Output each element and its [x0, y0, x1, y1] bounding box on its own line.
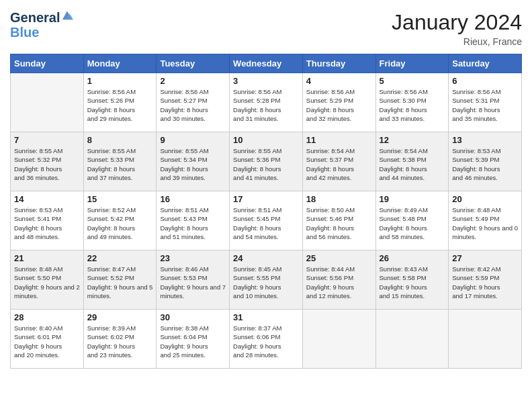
day-number: 29 [87, 312, 153, 322]
day-number: 26 [380, 253, 445, 263]
table-row: 7 Sunrise: 8:55 AMSunset: 5:32 PMDayligh… [11, 132, 84, 191]
table-row: 11 Sunrise: 8:54 AMSunset: 5:37 PMDaylig… [302, 132, 375, 191]
day-number: 1 [87, 76, 153, 86]
table-row: 26 Sunrise: 8:43 AMSunset: 5:58 PMDaylig… [375, 250, 449, 310]
calendar-header-row: Sunday Monday Tuesday Wednesday Thursday… [11, 54, 522, 73]
table-row: 3 Sunrise: 8:56 AMSunset: 5:28 PMDayligh… [230, 73, 303, 132]
day-info: Sunrise: 8:55 AMSunset: 5:33 PMDaylight:… [87, 146, 153, 182]
table-row: 29 Sunrise: 8:39 AMSunset: 6:02 PMDaylig… [83, 310, 157, 369]
table-row: 17 Sunrise: 8:51 AMSunset: 5:45 PMDaylig… [230, 191, 303, 250]
header-sunday: Sunday [11, 54, 84, 73]
day-number: 25 [306, 253, 372, 263]
header-friday: Friday [375, 54, 449, 73]
day-info: Sunrise: 8:55 AMSunset: 5:34 PMDaylight:… [160, 146, 226, 182]
day-info: Sunrise: 8:46 AMSunset: 5:53 PMDaylight:… [160, 265, 226, 300]
day-info: Sunrise: 8:48 AMSunset: 5:50 PMDaylight:… [14, 265, 80, 300]
day-info: Sunrise: 8:50 AMSunset: 5:46 PMDaylight:… [306, 205, 372, 241]
table-row [449, 310, 522, 369]
table-row: 15 Sunrise: 8:52 AMSunset: 5:42 PMDaylig… [83, 191, 157, 250]
day-info: Sunrise: 8:38 AMSunset: 6:04 PMDaylight:… [160, 324, 226, 359]
header-thursday: Thursday [302, 54, 375, 73]
table-row: 30 Sunrise: 8:38 AMSunset: 6:04 PMDaylig… [157, 310, 230, 369]
table-row: 31 Sunrise: 8:37 AMSunset: 6:06 PMDaylig… [230, 310, 303, 369]
day-number: 2 [160, 76, 226, 86]
day-info: Sunrise: 8:51 AMSunset: 5:43 PMDaylight:… [160, 205, 226, 241]
table-row: 13 Sunrise: 8:53 AMSunset: 5:39 PMDaylig… [449, 132, 522, 191]
day-number: 5 [380, 76, 445, 86]
day-info: Sunrise: 8:56 AMSunset: 5:29 PMDaylight:… [306, 87, 372, 123]
calendar-row: 21 Sunrise: 8:48 AMSunset: 5:50 PMDaylig… [11, 250, 522, 310]
table-row: 10 Sunrise: 8:55 AMSunset: 5:36 PMDaylig… [230, 132, 303, 191]
table-row: 1 Sunrise: 8:56 AMSunset: 5:26 PMDayligh… [83, 73, 157, 132]
calendar-row: 1 Sunrise: 8:56 AMSunset: 5:26 PMDayligh… [11, 73, 522, 132]
table-row [375, 310, 449, 369]
day-number: 9 [160, 135, 226, 145]
table-row: 27 Sunrise: 8:42 AMSunset: 5:59 PMDaylig… [449, 250, 522, 310]
month-title: January 2024 [392, 10, 522, 35]
day-info: Sunrise: 8:55 AMSunset: 5:32 PMDaylight:… [14, 146, 80, 182]
table-row: 2 Sunrise: 8:56 AMSunset: 5:27 PMDayligh… [157, 73, 230, 132]
day-info: Sunrise: 8:40 AMSunset: 6:01 PMDaylight:… [14, 324, 80, 359]
day-number: 12 [380, 135, 445, 145]
day-info: Sunrise: 8:56 AMSunset: 5:27 PMDaylight:… [160, 87, 226, 123]
calendar-row: 14 Sunrise: 8:53 AMSunset: 5:41 PMDaylig… [11, 191, 522, 250]
day-info: Sunrise: 8:44 AMSunset: 5:56 PMDaylight:… [306, 265, 372, 300]
table-row: 22 Sunrise: 8:47 AMSunset: 5:52 PMDaylig… [83, 250, 157, 310]
location: Rieux, France [392, 36, 522, 47]
day-number: 18 [306, 194, 372, 204]
day-info: Sunrise: 8:53 AMSunset: 5:41 PMDaylight:… [14, 205, 80, 241]
day-number: 20 [452, 194, 518, 204]
table-row: 12 Sunrise: 8:54 AMSunset: 5:38 PMDaylig… [375, 132, 449, 191]
header-tuesday: Tuesday [157, 54, 230, 73]
day-number: 31 [233, 312, 299, 322]
day-info: Sunrise: 8:56 AMSunset: 5:31 PMDaylight:… [452, 87, 518, 123]
day-info: Sunrise: 8:54 AMSunset: 5:38 PMDaylight:… [380, 146, 445, 182]
day-number: 21 [14, 253, 80, 263]
day-number: 19 [380, 194, 445, 204]
table-row: 4 Sunrise: 8:56 AMSunset: 5:29 PMDayligh… [302, 73, 375, 132]
day-number: 3 [233, 76, 299, 86]
table-row: 28 Sunrise: 8:40 AMSunset: 6:01 PMDaylig… [11, 310, 84, 369]
day-number: 28 [14, 312, 80, 322]
table-row: 6 Sunrise: 8:56 AMSunset: 5:31 PMDayligh… [449, 73, 522, 132]
table-row: 25 Sunrise: 8:44 AMSunset: 5:56 PMDaylig… [302, 250, 375, 310]
day-info: Sunrise: 8:54 AMSunset: 5:37 PMDaylight:… [306, 146, 372, 182]
table-row: 16 Sunrise: 8:51 AMSunset: 5:43 PMDaylig… [157, 191, 230, 250]
logo-text-general: General [10, 10, 60, 25]
day-info: Sunrise: 8:43 AMSunset: 5:58 PMDaylight:… [380, 265, 445, 300]
day-number: 4 [306, 76, 372, 86]
table-row [11, 73, 84, 132]
day-info: Sunrise: 8:37 AMSunset: 6:06 PMDaylight:… [233, 324, 299, 359]
calendar: Sunday Monday Tuesday Wednesday Thursday… [10, 54, 522, 369]
table-row [302, 310, 375, 369]
logo: General Blue [10, 10, 73, 40]
day-info: Sunrise: 8:56 AMSunset: 5:26 PMDaylight:… [87, 87, 153, 123]
calendar-row: 7 Sunrise: 8:55 AMSunset: 5:32 PMDayligh… [11, 132, 522, 191]
day-number: 11 [306, 135, 372, 145]
logo-text-blue: Blue [10, 25, 39, 40]
header-monday: Monday [83, 54, 157, 73]
day-number: 6 [452, 76, 518, 86]
logo-icon [61, 9, 73, 21]
header-wednesday: Wednesday [230, 54, 303, 73]
table-row: 24 Sunrise: 8:45 AMSunset: 5:55 PMDaylig… [230, 250, 303, 310]
table-row: 8 Sunrise: 8:55 AMSunset: 5:33 PMDayligh… [83, 132, 157, 191]
header-saturday: Saturday [449, 54, 522, 73]
day-number: 23 [160, 253, 226, 263]
page: General Blue January 2024 Rieux, France … [0, 0, 532, 411]
day-info: Sunrise: 8:51 AMSunset: 5:45 PMDaylight:… [233, 205, 299, 241]
day-info: Sunrise: 8:56 AMSunset: 5:28 PMDaylight:… [233, 87, 299, 123]
day-info: Sunrise: 8:55 AMSunset: 5:36 PMDaylight:… [233, 146, 299, 182]
day-info: Sunrise: 8:56 AMSunset: 5:30 PMDaylight:… [380, 87, 445, 123]
day-number: 15 [87, 194, 153, 204]
day-info: Sunrise: 8:49 AMSunset: 5:48 PMDaylight:… [380, 205, 445, 241]
day-info: Sunrise: 8:42 AMSunset: 5:59 PMDaylight:… [452, 265, 518, 300]
day-number: 13 [452, 135, 518, 145]
title-area: January 2024 Rieux, France [392, 10, 522, 47]
day-number: 17 [233, 194, 299, 204]
table-row: 5 Sunrise: 8:56 AMSunset: 5:30 PMDayligh… [375, 73, 449, 132]
day-number: 27 [452, 253, 518, 263]
day-number: 7 [14, 135, 80, 145]
day-number: 14 [14, 194, 80, 204]
table-row: 14 Sunrise: 8:53 AMSunset: 5:41 PMDaylig… [11, 191, 84, 250]
